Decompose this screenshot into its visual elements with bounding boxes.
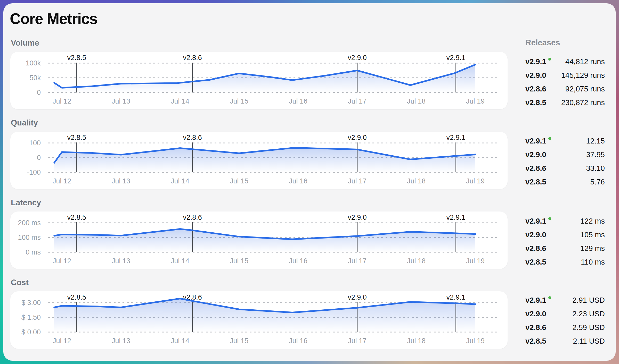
release-value: 12.15	[586, 137, 605, 145]
release-row[interactable]: v2.8.55.76	[525, 175, 605, 189]
release-value: 122 ms	[580, 217, 605, 225]
release-row[interactable]: v2.9.02.23 USD	[525, 307, 605, 321]
release-version: v2.8.5	[525, 258, 546, 266]
release-group-volume: v2.9.144,812 runsv2.9.0145,129 runsv2.8.…	[525, 55, 605, 109]
y-tick-label: $ 1.50	[21, 314, 41, 321]
x-tick-label: Jul 12	[53, 97, 71, 105]
current-release-dot-icon	[548, 58, 551, 61]
x-tick-label: Jul 16	[289, 337, 307, 345]
release-row[interactable]: v2.8.633.10	[525, 162, 605, 175]
current-release-dot-icon	[548, 137, 551, 140]
page-title: Core Metrics	[10, 11, 616, 27]
release-value: 92,075 runs	[565, 85, 605, 93]
section-cost: Cost $ 3.00$ 1.50$ 0.00Jul 12Jul 13Jul 1…	[3, 278, 509, 349]
release-value: 110 ms	[581, 258, 605, 266]
release-version: v2.9.1	[525, 217, 551, 225]
release-row[interactable]: v2.9.037.95	[525, 148, 605, 162]
x-tick-label: Jul 15	[230, 257, 248, 265]
x-tick-label: Jul 18	[407, 177, 426, 185]
x-tick-label: Jul 13	[112, 257, 130, 265]
x-tick-label: Jul 18	[407, 337, 426, 345]
release-version: v2.8.5	[525, 337, 546, 345]
release-version: v2.8.6	[525, 323, 546, 332]
main-panel: Core Metrics Volume 100k50k0Jul 12Jul 13…	[3, 3, 616, 361]
release-value: 230,872 runs	[561, 98, 605, 107]
x-tick-label: Jul 14	[171, 337, 189, 345]
release-marker-label: v2.8.5	[67, 134, 86, 141]
release-row[interactable]: v2.9.112.15	[525, 134, 605, 148]
y-tick-label: 200 ms	[18, 219, 41, 227]
x-tick-label: Jul 19	[466, 97, 485, 105]
release-group-latency: v2.9.1122 msv2.9.0105 msv2.8.6129 msv2.8…	[525, 214, 605, 269]
x-tick-label: Jul 12	[53, 257, 71, 265]
release-marker-label: v2.8.6	[183, 214, 202, 221]
x-tick-label: Jul 12	[53, 177, 71, 185]
section-label-volume: Volume	[11, 38, 509, 48]
release-version: v2.9.0	[525, 150, 546, 159]
y-tick-label: 100 ms	[18, 234, 41, 241]
x-tick-label: Jul 15	[230, 337, 248, 345]
release-row[interactable]: v2.9.1122 ms	[525, 214, 605, 228]
x-tick-label: Jul 19	[466, 337, 485, 345]
release-value: 129 ms	[580, 244, 605, 253]
release-version: v2.9.0	[525, 310, 546, 318]
release-value: 44,812 runs	[565, 57, 605, 66]
chart-card-cost[interactable]: $ 3.00$ 1.50$ 0.00Jul 12Jul 13Jul 14Jul …	[10, 291, 508, 349]
x-tick-label: Jul 13	[112, 97, 130, 105]
x-tick-label: Jul 17	[348, 177, 366, 185]
latency-chart: 200 ms100 ms0 msJul 12Jul 13Jul 14Jul 15…	[10, 211, 508, 269]
release-row[interactable]: v2.9.144,812 runs	[525, 55, 605, 69]
y-tick-label: 100k	[26, 59, 41, 67]
release-row[interactable]: v2.8.5230,872 runs	[525, 96, 605, 109]
section-quality: Quality 1000-100Jul 12Jul 13Jul 14Jul 15…	[3, 118, 509, 189]
release-marker-label: v2.8.5	[67, 214, 86, 221]
x-tick-label: Jul 18	[407, 257, 426, 265]
x-tick-label: Jul 14	[171, 257, 189, 265]
x-tick-label: Jul 19	[466, 177, 485, 185]
y-tick-label: 50k	[29, 74, 41, 82]
chart-card-quality[interactable]: 1000-100Jul 12Jul 13Jul 14Jul 15Jul 16Ju…	[10, 132, 508, 189]
release-version: v2.8.5	[525, 178, 546, 186]
release-row[interactable]: v2.8.62.59 USD	[525, 321, 605, 334]
x-tick-label: Jul 14	[171, 177, 189, 185]
quality-chart: 1000-100Jul 12Jul 13Jul 14Jul 15Jul 16Ju…	[10, 132, 508, 189]
release-marker-label: v2.9.1	[446, 214, 466, 221]
x-tick-label: Jul 18	[407, 97, 426, 105]
release-group-cost: v2.9.12.91 USDv2.9.02.23 USDv2.8.62.59 U…	[525, 293, 605, 348]
release-row[interactable]: v2.9.12.91 USD	[525, 293, 605, 307]
release-row[interactable]: v2.9.0105 ms	[525, 228, 605, 242]
x-tick-label: Jul 15	[230, 177, 248, 185]
releases-panel-title: Releases	[525, 38, 560, 47]
y-tick-label: $ 0.00	[21, 328, 41, 336]
release-marker-label: v2.9.0	[348, 293, 367, 301]
chart-card-latency[interactable]: 200 ms100 ms0 msJul 12Jul 13Jul 14Jul 15…	[10, 211, 508, 269]
y-tick-label: 0	[37, 89, 41, 96]
release-row[interactable]: v2.8.52.11 USD	[525, 334, 605, 348]
y-tick-label: 100	[29, 139, 41, 147]
release-marker-label: v2.9.0	[348, 54, 367, 62]
charts-column: Volume 100k50k0Jul 12Jul 13Jul 14Jul 15J…	[3, 38, 509, 349]
release-row[interactable]: v2.8.6129 ms	[525, 242, 605, 255]
x-tick-label: Jul 17	[348, 97, 366, 105]
y-tick-label: $ 3.00	[21, 299, 41, 307]
chart-card-volume[interactable]: 100k50k0Jul 12Jul 13Jul 14Jul 15Jul 16Ju…	[10, 52, 508, 109]
x-tick-label: Jul 16	[289, 257, 307, 265]
dashboard-page: { "page": { "title": "Core Metrics" }, "…	[0, 0, 619, 364]
section-label-quality: Quality	[11, 118, 509, 128]
release-value: 2.11 USD	[573, 337, 605, 345]
release-version: v2.8.6	[525, 164, 546, 173]
release-value: 105 ms	[580, 231, 605, 239]
release-row[interactable]: v2.9.0145,129 runs	[525, 69, 605, 82]
cost-chart: $ 3.00$ 1.50$ 0.00Jul 12Jul 13Jul 14Jul …	[10, 291, 508, 349]
y-tick-label: -100	[27, 168, 41, 176]
x-tick-label: Jul 17	[348, 337, 366, 345]
release-row[interactable]: v2.8.692,075 runs	[525, 82, 605, 96]
release-marker-label: v2.8.6	[183, 54, 202, 62]
release-version: v2.9.0	[525, 231, 546, 239]
section-latency: Latency 200 ms100 ms0 msJul 12Jul 13Jul …	[3, 198, 509, 269]
release-row[interactable]: v2.8.5110 ms	[525, 255, 605, 269]
release-value: 2.23 USD	[572, 310, 605, 318]
x-tick-label: Jul 13	[112, 337, 130, 345]
release-value: 33.10	[586, 164, 605, 173]
release-version: v2.9.1	[525, 57, 551, 66]
